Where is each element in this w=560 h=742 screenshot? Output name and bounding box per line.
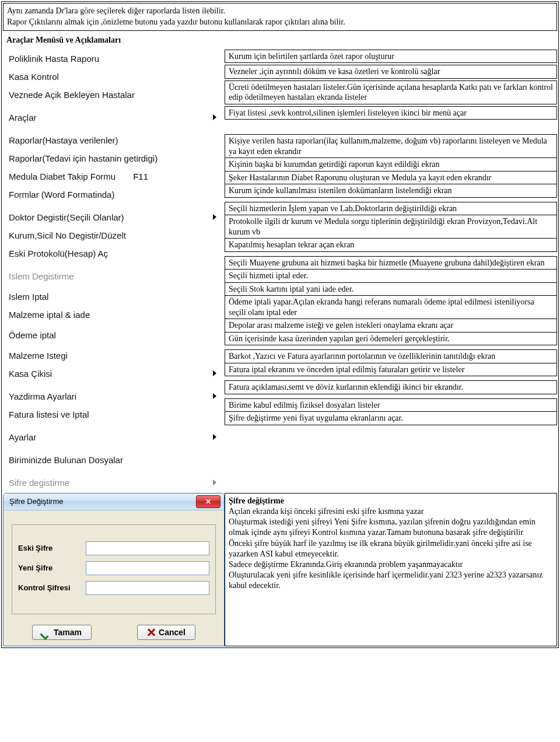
tools-menu: Poliklinik Hasta Raporu Kasa Kontrol Vez…: [3, 50, 225, 492]
desc-malzeme-istegi: Depolar arası malzeme isteği ve gelen is…: [225, 318, 557, 332]
descriptions-column: Kurum için belirtilen şartlarda özet rap…: [225, 50, 557, 492]
row-confirm-password: Kontrol Şifresi: [18, 581, 209, 595]
desc-vezne: Ücreti ödetilmeyen hastaları listeler.Gü…: [225, 80, 557, 104]
password-dialog: Şifre Değiştirme ✕ Eski Şifre Yeni Şifre: [3, 493, 225, 646]
menu-label: Kasa Kontrol: [9, 72, 59, 82]
password-line3: Önceki şifre büyük harf ile yazılmış ise…: [229, 539, 532, 558]
menu-raporlar-hasta[interactable]: Raporlar(Hastaya verilenler): [3, 131, 225, 149]
menu-raporlar-tedavi[interactable]: Raporlar(Tedavi için hastanin getirdigi): [3, 149, 225, 167]
menu-kasa-cikisi[interactable]: Kasa Çikisi: [3, 365, 225, 383]
menu-label: Eski Protokolü(Hesap) Aç: [9, 249, 108, 258]
menu-label: Kurum,Sicil No Degistir/Düzelt: [9, 230, 126, 240]
label-old-password: Eski Şifre: [18, 544, 82, 552]
desc-eski-protokol: Kapatılmış hesapları tekrar açan ekran: [225, 238, 557, 252]
label-new-password: Yeni Şifre: [18, 564, 82, 572]
menu-islem-iptal[interactable]: Islem Iptal: [3, 288, 225, 306]
menu-malzeme-iptal[interactable]: Malzeme iptal & iade: [3, 306, 225, 324]
password-heading: Şifre değiştirme: [229, 496, 284, 505]
close-icon: ✕: [205, 498, 211, 506]
row-old-password: Eski Şifre: [18, 541, 209, 555]
password-line1: Açılan ekranda kişi önceki şifresini esk…: [229, 507, 424, 516]
desc-poliklinik: Kurum için belirtilen şartlarda özet rap…: [225, 50, 557, 64]
dialog-fieldset: Eski Şifre Yeni Şifre Kontrol Şifresi: [12, 524, 216, 614]
label-confirm-password: Kontrol Şifresi: [18, 583, 82, 592]
menu-label: Doktor Degistir(Seçili Olanlar): [9, 212, 124, 222]
ok-button-label: Tamam: [54, 628, 82, 637]
desc-medula: Şeker Hastalarının Diabet Raporunu oluşt…: [225, 171, 557, 185]
menu-birim-dosyalar[interactable]: Biriminizde Bulunan Dosyalar: [3, 451, 225, 469]
menu-eski-protokol[interactable]: Eski Protokolü(Hesap) Aç: [3, 244, 225, 262]
desc-kasa: Vezneler ,için ayrıntılı döküm ve kasa ö…: [225, 65, 557, 79]
desc-malzeme-iptal: Seçili Stok kartını iptal yani iade eder…: [225, 282, 557, 296]
row-new-password: Yeni Şifre: [18, 561, 209, 575]
top-note-line2: Rapor Çıktılarını almak için ,önizleme b…: [7, 18, 345, 26]
desc-fatura-liste: Fatura iptal ekranını ve önceden iptal e…: [225, 363, 557, 377]
desc-kasa-cikisi: Gün içerisinde kasa üzerinden yapılan ge…: [225, 332, 557, 346]
top-note-box: Aynı zamanda Dr'lara göre seçilerek diğe…: [3, 3, 557, 31]
dialog-body: Eski Şifre Yeni Şifre Kontrol Şifresi: [4, 510, 224, 622]
menu-vezne-acik[interactable]: Veznede Açik Bekleyen Hastalar: [3, 86, 225, 104]
password-line2: Oluşturmak istediği yeni şifreyi Yeni Şi…: [229, 517, 536, 537]
check-icon: [42, 628, 50, 636]
menu-kurum-sicil[interactable]: Kurum,Sicil No Degistir/Düzelt: [3, 226, 225, 244]
menu-islem-degistirme: Islem Degistirme: [3, 267, 225, 285]
menu-label: Kasa Çikisi: [9, 369, 52, 379]
menu-yazdirma-ayarlari[interactable]: Yazdirma Ayarlari: [3, 387, 225, 405]
desc-islem-degistirme: Seçili Muayene grubuna ait hizmeti başka…: [225, 256, 557, 270]
menu-poliklinik[interactable]: Poliklinik Hasta Raporu: [3, 50, 225, 68]
menu-label: Ayarlar: [9, 432, 36, 442]
shortcut-key: F11: [133, 172, 148, 181]
desc-raporlar-hasta: Kişiye verilen hasta raporları(ilaç kull…: [225, 134, 557, 158]
menu-label: Poliklinik Hasta Raporu: [9, 54, 99, 64]
submenu-arrow-icon: [213, 393, 216, 399]
submenu-arrow-icon: [213, 434, 216, 440]
menu-kasa-kontrol[interactable]: Kasa Kontrol: [3, 68, 225, 86]
menu-ayarlar[interactable]: Ayarlar: [3, 428, 225, 446]
menu-sifre-degistirme[interactable]: Sifre degistirme: [3, 474, 225, 492]
desc-kurum-sicil: Protokolle ilgili dr kurum ve Medula sor…: [225, 215, 557, 239]
desc-islem-iptal: Seçili hizmeti iptal eder.: [225, 269, 557, 283]
menu-label: Formlar (Word Formatinda): [9, 190, 114, 200]
menu-label: Sifre degistirme: [9, 478, 69, 488]
menu-odeme-iptal[interactable]: Ödeme iptal: [3, 326, 225, 344]
menu-malzeme-istegi[interactable]: Malzeme Istegi: [3, 346, 225, 365]
top-note-line1: Aynı zamanda Dr'lara göre seçilerek diğe…: [7, 6, 225, 15]
menu-araclar[interactable]: Araçlar: [3, 108, 225, 127]
document-outer: Aynı zamanda Dr'lara göre seçilerek diğe…: [1, 1, 559, 648]
desc-formlar: Kurum içinde kullanılması istenilen dokü…: [225, 184, 557, 198]
menu-label: Fatura listesi ve Iptal: [9, 410, 89, 419]
section-title: Araçlar Menüsü ve Açıklamaları: [2, 32, 558, 50]
submenu-arrow-icon: [213, 480, 216, 485]
menu-fatura-listesi[interactable]: Fatura listesi ve Iptal: [3, 405, 225, 424]
menu-label: Biriminizde Bulunan Dosyalar: [9, 455, 123, 465]
input-confirm-password[interactable]: [86, 581, 209, 595]
menu-label: Raporlar(Hastaya verilenler): [9, 135, 118, 145]
dialog-title: Şifre Değiştirme: [9, 497, 63, 506]
dialog-button-row: Tamam Cancel: [4, 622, 224, 646]
menu-label: Malzeme iptal & iade: [9, 310, 90, 320]
input-new-password[interactable]: [86, 561, 209, 575]
two-column-area: Poliklinik Hasta Raporu Kasa Kontrol Vez…: [2, 50, 558, 493]
menu-doktor-degistir[interactable]: Doktor Degistir(Seçili Olanlar): [3, 208, 225, 226]
ok-button[interactable]: Tamam: [32, 625, 92, 640]
close-button[interactable]: ✕: [196, 495, 220, 508]
submenu-arrow-icon: [213, 370, 216, 376]
menu-label: Islem Iptal: [9, 292, 48, 302]
input-old-password[interactable]: [86, 541, 209, 555]
cancel-button[interactable]: Cancel: [137, 625, 195, 640]
dialog-titlebar: Şifre Değiştirme ✕: [4, 494, 224, 510]
password-line5: Oluşturulacak yeni şifre kesinlikle içer…: [229, 570, 542, 590]
menu-label: Raporlar(Tedavi için hastanin getirdigi): [9, 153, 158, 163]
menu-label: Medula Diabet Takip Formu: [9, 172, 116, 181]
password-explanation: Şifre değiştirme Açılan ekranda kişi önc…: [225, 493, 557, 646]
desc-yazdirma: Barkot ,Yazıcı ve Fatura ayarlarının por…: [225, 349, 557, 363]
desc-ayarlar: Fatura açıklaması,semt ve döviz kurların…: [225, 380, 557, 394]
password-dialog-wrap: Şifre Değiştirme ✕ Eski Şifre Yeni Şifre: [3, 493, 225, 646]
password-line4: Sadece değiştirme Ekranında.Giriş ekranı…: [229, 560, 463, 569]
menu-label: Ödeme iptal: [9, 330, 56, 340]
desc-araclar: Fiyat listesi ,sevk kontrol,silinen işle…: [225, 106, 557, 120]
menu-medula-diabet[interactable]: Medula Diabet Takip FormuF11: [3, 167, 225, 186]
menu-label: Araçlar: [9, 113, 37, 123]
cancel-button-label: Cancel: [159, 628, 186, 637]
menu-formlar-word[interactable]: Formlar (Word Formatinda): [3, 186, 225, 204]
